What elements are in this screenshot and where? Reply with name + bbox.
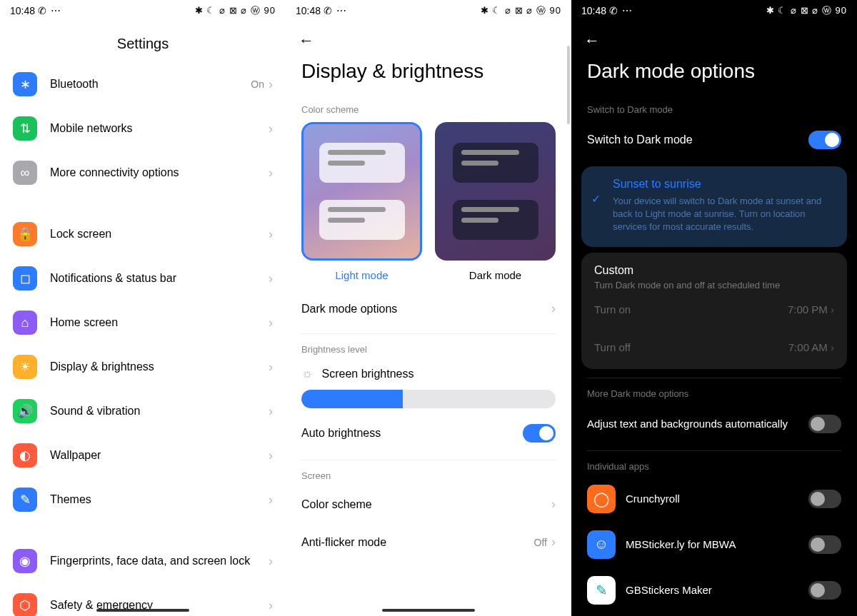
row-anti-flicker[interactable]: Anti-flicker mode Off › bbox=[286, 523, 571, 561]
phone-dark-mode-options: 10:48 ✆ ⋯ ✱ ☾ ⌀ ⊠ ⌀ ⓦ 90 ← Dark mode opt… bbox=[571, 0, 857, 616]
section-more-dark: More Dark mode options bbox=[571, 384, 857, 403]
row-turn-on[interactable]: Turn on 7:00 PM › bbox=[594, 291, 834, 328]
row-themes[interactable]: ✎ Themes › bbox=[0, 478, 286, 522]
scrollbar[interactable] bbox=[567, 46, 570, 124]
row-turn-off[interactable]: Turn off 7:00 AM › bbox=[594, 328, 834, 366]
section-switch: Switch to Dark mode bbox=[571, 100, 857, 119]
status-bar: 10:48 ✆ ⋯ ✱ ☾ ⌀ ⊠ ⌀ ⓦ 90 bbox=[286, 0, 571, 21]
app-icon-gbstickers: ✎ bbox=[587, 576, 616, 605]
fingerprint-icon: ◉ bbox=[13, 549, 37, 573]
row-wallpaper[interactable]: ◐ Wallpaper › bbox=[0, 433, 286, 478]
home-indicator[interactable] bbox=[382, 609, 475, 612]
row-sound[interactable]: 🔊 Sound & vibration › bbox=[0, 389, 286, 433]
back-button[interactable]: ← bbox=[286, 21, 571, 50]
app-row-mbsticker[interactable]: ☺ MBSticker.ly for MBWA bbox=[571, 522, 857, 567]
home-indicator[interactable] bbox=[96, 609, 189, 612]
adjust-toggle[interactable] bbox=[808, 415, 841, 433]
row-bluetooth[interactable]: ∗ Bluetooth On › bbox=[0, 62, 286, 106]
row-fingerprint[interactable]: ◉ Fingerprints, face data, and screen lo… bbox=[0, 539, 286, 583]
row-color-scheme[interactable]: Color scheme › bbox=[286, 485, 571, 523]
app-row-gbstickers[interactable]: ✎ GBStickers Maker bbox=[571, 567, 857, 613]
mobile-networks-icon: ⇅ bbox=[13, 116, 37, 141]
screen-brightness-row: ☼ Screen brightness bbox=[286, 359, 571, 384]
page-title: Settings bbox=[0, 21, 286, 62]
phone-settings: 10:48 ✆ ⋯ ✱ ☾ ⌀ ⊠ ⌀ ⓦ 90 Settings ∗ Blue… bbox=[0, 0, 286, 616]
connectivity-icon: ∞ bbox=[13, 161, 37, 185]
auto-brightness-toggle[interactable] bbox=[523, 424, 556, 443]
bluetooth-icon: ∗ bbox=[13, 72, 37, 96]
safety-icon: ⬡ bbox=[13, 593, 37, 616]
row-lock-screen[interactable]: 🔒 Lock screen › bbox=[0, 212, 286, 256]
light-mode-card[interactable]: Light mode bbox=[301, 122, 422, 284]
lock-icon: 🔒 bbox=[13, 222, 37, 246]
row-switch-dark-mode[interactable]: Switch to Dark mode bbox=[571, 119, 857, 161]
option-custom[interactable]: Custom Turn Dark mode on and off at sche… bbox=[581, 253, 847, 369]
phone-display-brightness: 10:48 ✆ ⋯ ✱ ☾ ⌀ ⊠ ⌀ ⓦ 90 ← Display & bri… bbox=[286, 0, 571, 616]
back-button[interactable]: ← bbox=[571, 21, 857, 50]
app-toggle[interactable] bbox=[808, 581, 841, 600]
status-bar: 10:48 ✆ ⋯ ✱ ☾ ⌀ ⊠ ⌀ ⓦ 90 bbox=[571, 0, 857, 21]
settings-group-2: 🔒 Lock screen › ◻ Notifications & status… bbox=[0, 212, 286, 522]
row-mobile-networks[interactable]: ⇅ Mobile networks › bbox=[0, 106, 286, 151]
brightness-slider[interactable] bbox=[301, 390, 556, 408]
page-title: Dark mode options bbox=[571, 50, 857, 100]
sound-icon: 🔊 bbox=[13, 399, 37, 423]
settings-group-1: ∗ Bluetooth On › ⇅ Mobile networks › ∞ M… bbox=[0, 62, 286, 195]
app-icon-crunchyroll: ◯ bbox=[587, 485, 616, 513]
page-title: Display & brightness bbox=[286, 50, 571, 100]
section-color-scheme: Color scheme bbox=[286, 100, 571, 119]
chevron-right-icon: › bbox=[269, 121, 273, 136]
notification-icon: ◻ bbox=[13, 266, 37, 291]
row-auto-brightness[interactable]: Auto brightness bbox=[286, 413, 571, 454]
app-row-crunchyroll[interactable]: ◯ Crunchyroll bbox=[571, 476, 857, 522]
chevron-right-icon: › bbox=[551, 301, 556, 316]
app-toggle[interactable] bbox=[808, 490, 841, 508]
section-brightness: Brightness level bbox=[286, 340, 571, 359]
dark-mode-card[interactable]: Dark mode bbox=[435, 122, 556, 284]
themes-icon: ✎ bbox=[13, 488, 37, 512]
app-toggle[interactable] bbox=[808, 535, 841, 554]
check-icon: ✓ bbox=[591, 192, 601, 206]
chevron-right-icon: › bbox=[269, 77, 273, 92]
wallpaper-icon: ◐ bbox=[13, 443, 37, 468]
row-dark-mode-options[interactable]: Dark mode options › bbox=[286, 290, 571, 328]
row-connectivity[interactable]: ∞ More connectivity options › bbox=[0, 151, 286, 195]
section-individual-apps: Individual apps bbox=[571, 457, 857, 476]
app-icon-mbsticker: ☺ bbox=[587, 530, 616, 559]
brightness-icon: ☀ bbox=[13, 355, 37, 379]
row-notifications[interactable]: ◻ Notifications & status bar › bbox=[0, 256, 286, 301]
sun-icon: ☼ bbox=[301, 366, 314, 381]
row-home-screen[interactable]: ⌂ Home screen › bbox=[0, 301, 286, 345]
option-sunset-sunrise[interactable]: ✓ Sunset to sunrise Your device will swi… bbox=[581, 166, 847, 247]
dark-mode-toggle[interactable] bbox=[808, 131, 841, 149]
section-screen: Screen bbox=[286, 466, 571, 485]
row-display-brightness[interactable]: ☀ Display & brightness › bbox=[0, 345, 286, 389]
settings-group-3: ◉ Fingerprints, face data, and screen lo… bbox=[0, 539, 286, 616]
row-adjust-auto[interactable]: Adjust text and backgrounds automaticall… bbox=[571, 403, 857, 445]
chevron-right-icon: › bbox=[269, 166, 273, 181]
status-bar: 10:48 ✆ ⋯ ✱ ☾ ⌀ ⊠ ⌀ ⓦ 90 bbox=[0, 0, 286, 21]
home-icon: ⌂ bbox=[13, 310, 37, 335]
